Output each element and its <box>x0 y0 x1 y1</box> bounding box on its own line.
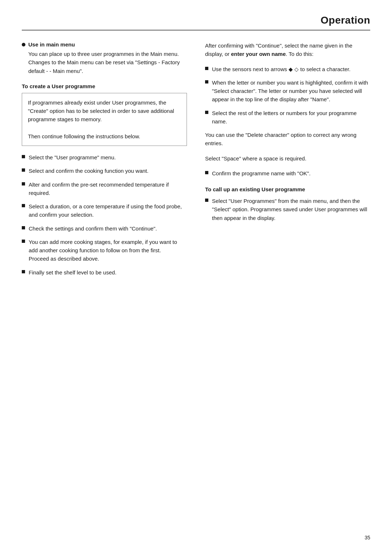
page-number: 35 <box>364 535 370 540</box>
mid-paragraph-2: Select "Space" where a space is required… <box>205 154 370 163</box>
info-box: If programmes already exist under User p… <box>22 93 187 146</box>
list-item: Select and confirm the cooking function … <box>22 167 187 175</box>
to-call-up-bullet-list: Select "User Programmes" from the main m… <box>205 197 370 222</box>
list-item: Finally set the shelf level to be used. <box>22 268 187 277</box>
square-bullet-icon <box>22 204 25 207</box>
list-item: Select a duration, or a core temperature… <box>22 202 187 219</box>
right-column: After confirming with "Continue", select… <box>205 41 370 282</box>
bullet-text: Select the rest of the letters or number… <box>212 109 370 126</box>
bullet-text: Check the settings and confirm them with… <box>29 224 187 233</box>
page-title: Operation <box>320 15 370 26</box>
list-item: Select the "User programme" menu. <box>22 153 187 162</box>
page-header: Operation <box>22 15 370 30</box>
bullet-text: Alter and confirm the pre-set recommende… <box>29 180 187 197</box>
square-bullet-icon <box>205 80 208 83</box>
square-bullet-icon <box>22 168 25 172</box>
bullet-text: Select a duration, or a core temperature… <box>29 202 187 219</box>
content-columns: Use in main menu You can place up to thr… <box>22 41 370 282</box>
page-container: Operation Use in main menu You can place… <box>0 0 392 555</box>
use-in-main-menu-body: You can place up to three user programme… <box>22 50 187 75</box>
intro-suffix-text: . To do this: <box>286 51 313 57</box>
list-item: You can add more cooking stages, for exa… <box>22 238 187 263</box>
list-item: Select "User Programmes" from the main m… <box>205 197 370 222</box>
use-in-main-menu-heading: Use in main menu <box>22 41 187 48</box>
bullet-dot-icon <box>22 43 25 46</box>
mid-paragraph-1: You can use the "Delete character" optio… <box>205 131 370 148</box>
use-in-main-menu-title: Use in main menu <box>28 41 75 48</box>
info-box-text: If programmes already exist under User p… <box>28 99 174 139</box>
bullet-text: Confirm the programme name with "OK". <box>212 169 370 177</box>
list-item: Alter and confirm the pre-set recommende… <box>22 180 187 197</box>
bullet-text: Use the sensors next to arrows ◆ ◇ to se… <box>212 65 370 73</box>
intro-bold-text: enter your own name <box>231 51 286 57</box>
list-item: Select the rest of the letters or number… <box>205 109 370 126</box>
bullet-text: Select the "User programme" menu. <box>29 153 187 162</box>
square-bullet-icon <box>22 270 25 273</box>
square-bullet-icon <box>22 155 25 158</box>
intro-paragraph: After confirming with "Continue", select… <box>205 41 370 58</box>
square-bullet-icon <box>22 182 25 185</box>
bullet-text: Finally set the shelf level to be used. <box>29 268 187 277</box>
right-bullet-list-2: Confirm the programme name with "OK". <box>205 169 370 177</box>
square-bullet-icon <box>205 199 208 202</box>
list-item: Confirm the programme name with "OK". <box>205 169 370 177</box>
square-bullet-icon <box>22 226 25 229</box>
bullet-text: When the letter or number you want is hi… <box>212 78 370 104</box>
create-programme-bullet-list: Select the "User programme" menu. Select… <box>22 153 187 277</box>
square-bullet-icon <box>22 240 25 243</box>
bullet-text: You can add more cooking stages, for exa… <box>29 238 187 263</box>
left-column: Use in main menu You can place up to thr… <box>22 41 187 282</box>
square-bullet-icon <box>205 171 208 174</box>
to-call-up-heading: To call up an existing User programme <box>205 186 370 192</box>
bullet-text: Select and confirm the cooking function … <box>29 167 187 175</box>
list-item: Check the settings and confirm them with… <box>22 224 187 233</box>
list-item: Use the sensors next to arrows ◆ ◇ to se… <box>205 65 370 73</box>
list-item: When the letter or number you want is hi… <box>205 78 370 104</box>
use-in-main-menu-section: Use in main menu You can place up to thr… <box>22 41 187 75</box>
square-bullet-icon <box>205 111 208 114</box>
bullet-text: Select "User Programmes" from the main m… <box>212 197 370 222</box>
to-create-heading: To create a User programme <box>22 83 187 89</box>
right-bullet-list-1: Use the sensors next to arrows ◆ ◇ to se… <box>205 65 370 126</box>
square-bullet-icon <box>205 67 208 70</box>
